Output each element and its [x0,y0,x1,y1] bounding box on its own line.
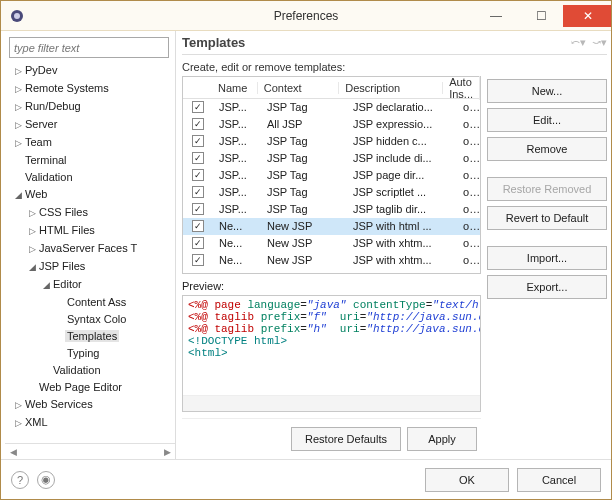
tree-item[interactable]: Typing [13,345,175,362]
expand-icon[interactable]: ▷ [13,63,23,80]
cell-description: JSP expressio... [347,118,457,130]
cell-name: Ne... [213,237,261,249]
tree-item[interactable]: ▷Remote Systems [13,80,175,98]
tree-item[interactable]: Templates [13,328,175,345]
table-row[interactable]: ✓JSP...JSP TagJSP include di...on [183,150,480,167]
preview-h-scrollbar[interactable] [183,395,480,411]
expand-icon[interactable]: ▷ [13,99,23,116]
row-checkbox[interactable]: ✓ [192,169,204,181]
category-tree[interactable]: ▷PyDev▷Remote Systems▷Run/Debug▷Server▷T… [5,62,175,443]
expand-icon[interactable]: ▷ [13,81,23,98]
tree-item[interactable]: ◢Editor [13,276,175,294]
apply-button[interactable]: Apply [407,427,477,451]
maximize-button[interactable]: ☐ [518,5,563,27]
tree-item[interactable]: ▷Run/Debug [13,98,175,116]
row-checkbox[interactable]: ✓ [192,118,204,130]
cell-context: JSP Tag [261,169,347,181]
tree-item[interactable]: ▷CSS Files [13,204,175,222]
tree-item[interactable]: ▷JavaServer Faces T [13,240,175,258]
tree-item[interactable]: ▷PyDev [13,62,175,80]
forward-button[interactable]: ⤻▾ [592,36,607,49]
cell-context: JSP Tag [261,152,347,164]
edit-button[interactable]: Edit... [487,108,607,132]
tree-item[interactable]: ▷Team [13,134,175,152]
export-button[interactable]: Export... [487,275,607,299]
table-row[interactable]: ✓JSP...JSP TagJSP hidden c...on [183,133,480,150]
cell-autoinsert: on [457,203,480,215]
tree-item[interactable]: ▷Web Services [13,396,175,414]
revert-default-button[interactable]: Revert to Default [487,206,607,230]
table-row[interactable]: ✓JSP...JSP TagJSP scriptlet ...on [183,184,480,201]
import-button[interactable]: Import... [487,246,607,270]
cell-description: JSP with html ... [347,220,457,232]
tree-item[interactable]: Terminal [13,152,175,169]
tree-item[interactable]: Content Ass [13,294,175,311]
row-checkbox[interactable]: ✓ [192,101,204,113]
tree-item[interactable]: Web Page Editor [13,379,175,396]
preview-area[interactable]: <%@ page language="java" contentType="te… [182,295,481,412]
tree-item-label: Validation [23,171,75,183]
tree-item[interactable]: Syntax Colo [13,311,175,328]
col-context[interactable]: Context [258,82,339,94]
minimize-button[interactable]: — [473,5,518,27]
expand-icon[interactable]: ▷ [27,223,37,240]
record-icon[interactable]: ◉ [37,471,55,489]
table-row[interactable]: ✓JSP...JSP TagJSP page dir...on [183,167,480,184]
expand-icon[interactable]: ▷ [13,397,23,414]
left-h-scrollbar[interactable]: ◀ ▶ [5,443,175,459]
cell-autoinsert: on [457,118,480,130]
expand-icon[interactable]: ▷ [13,117,23,134]
filter-input[interactable] [9,37,169,58]
scroll-right-icon[interactable]: ▶ [159,447,175,457]
page-header: Templates ⤺▾ ⤻▾ [182,35,607,55]
cell-description: JSP include di... [347,152,457,164]
table-row[interactable]: ✓JSP...All JSPJSP expressio...on [183,116,480,133]
col-autoinsert[interactable]: Auto Ins... [443,76,480,100]
row-checkbox[interactable]: ✓ [192,152,204,164]
cancel-button[interactable]: Cancel [517,468,601,492]
table-row[interactable]: ✓Ne...New JSPJSP with xhtm...on [183,235,480,252]
expand-icon[interactable]: ▷ [13,415,23,432]
col-description[interactable]: Description [339,82,443,94]
col-name[interactable]: Name [212,82,258,94]
table-row[interactable]: ✓JSP...JSP TagJSP declaratio...on [183,99,480,116]
tree-item[interactable]: ▷Server [13,116,175,134]
restore-defaults-button[interactable]: Restore Defaults [291,427,401,451]
cell-autoinsert: on [457,220,480,232]
row-checkbox[interactable]: ✓ [192,220,204,232]
table-body[interactable]: ✓JSP...JSP TagJSP declaratio...on✓JSP...… [183,99,480,273]
help-icon[interactable]: ? [11,471,29,489]
footer: ? ◉ OK Cancel [1,459,611,499]
table-row[interactable]: ✓JSP...JSP TagJSP taglib dir...on [183,201,480,218]
tree-item[interactable]: ▷HTML Files [13,222,175,240]
tree-item-label: Web [23,188,49,200]
row-checkbox[interactable]: ✓ [192,254,204,266]
ok-button[interactable]: OK [425,468,509,492]
tree-item[interactable]: Validation [13,362,175,379]
tree-item[interactable]: Validation [13,169,175,186]
expand-icon[interactable]: ▷ [13,135,23,152]
close-button[interactable]: ✕ [563,5,611,27]
left-pane: ▷PyDev▷Remote Systems▷Run/Debug▷Server▷T… [1,31,176,459]
cell-autoinsert: on [457,237,480,249]
expand-icon[interactable]: ◢ [27,259,37,276]
tree-item[interactable]: ◢JSP Files [13,258,175,276]
restore-removed-button[interactable]: Restore Removed [487,177,607,201]
table-row[interactable]: ✓Ne...New JSPJSP with xhtm...on [183,252,480,269]
expand-icon[interactable]: ▷ [27,241,37,258]
expand-icon[interactable]: ◢ [41,277,51,294]
new-button[interactable]: New... [487,79,607,103]
table-row[interactable]: ✓Ne...New JSPJSP with html ...on [183,218,480,235]
remove-button[interactable]: Remove [487,137,607,161]
row-checkbox[interactable]: ✓ [192,203,204,215]
expand-icon[interactable]: ◢ [13,187,23,204]
row-checkbox[interactable]: ✓ [192,186,204,198]
row-checkbox[interactable]: ✓ [192,237,204,249]
cell-autoinsert: on [457,186,480,198]
tree-item[interactable]: ◢Web [13,186,175,204]
row-checkbox[interactable]: ✓ [192,135,204,147]
scroll-left-icon[interactable]: ◀ [5,447,21,457]
tree-item[interactable]: ▷XML [13,414,175,432]
back-button[interactable]: ⤺▾ [571,36,586,49]
expand-icon[interactable]: ▷ [27,205,37,222]
